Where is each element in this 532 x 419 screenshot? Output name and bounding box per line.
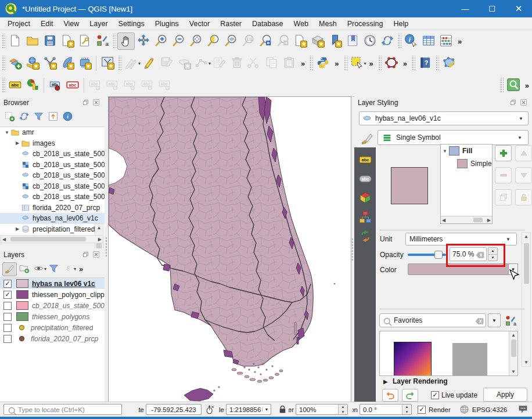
expander-icon[interactable]: ▼ [3,130,10,135]
symbol-search-input[interactable]: Favorites [379,313,486,327]
layer-visibility-checkbox[interactable] [3,335,12,343]
save-project-button[interactable] [41,32,59,50]
render-checkbox[interactable]: ✓ [418,406,426,414]
menu-view[interactable]: View [58,19,84,29]
expander-icon[interactable]: ▶ [14,140,21,146]
menu-help[interactable]: Help [388,19,414,29]
help-contents-button[interactable]: ? [416,55,434,72]
menu-mesh[interactable]: Mesh [314,19,342,29]
panel-overflow-button[interactable]: » [76,265,86,273]
collapse-all-button[interactable] [46,110,60,124]
magnifier-input[interactable]: 100% ▲▼ [296,404,348,415]
new-print-layout-button[interactable] [59,32,76,50]
labels-tab[interactable]: abc [358,152,373,167]
toolbar-grip[interactable] [499,78,504,93]
layers-close-button[interactable] [92,251,101,259]
menu-web[interactable]: Web [289,19,314,29]
new-spatial-bookmark-button[interactable] [326,32,344,50]
toolbar-grip[interactable] [397,34,401,49]
symbol-tree[interactable]: ▼ Fill Simple Fill ◀ ▶ [440,144,493,224]
layer-rendering-label[interactable]: Layer Rendering [393,377,448,385]
data-source-manager-button[interactable] [6,55,24,72]
style-manager-icon[interactable]: a [504,315,517,327]
layer-item-hybas-na-lev06-v1c[interactable]: ✓hybas na lev06 v1c [0,278,105,289]
browser-item-florida_2020_07_prcp[interactable]: florida_2020_07_prcp [0,203,105,214]
layer-item-precipitation_filtered[interactable]: precipitation_filtered [0,322,105,333]
toolbar-overflow-button[interactable]: » [332,59,342,68]
new-spatialite-layer-button[interactable] [59,55,76,72]
layer-visibility-checkbox[interactable] [3,313,12,321]
layer-item-thiessen_polygons[interactable]: thiessen_polygons [0,311,105,322]
expander-icon[interactable]: ▶ [14,226,21,232]
diagrams-tab[interactable] [358,210,373,225]
symbol-list-vscrollbar[interactable]: ▲ ▼ [509,331,517,375]
extents-icon[interactable] [204,404,215,415]
show-layout-manager-button[interactable] [76,32,94,50]
symbol-list[interactable]: ▲ ▼ [379,331,518,376]
zoom-last-button[interactable] [257,32,274,50]
zoom-out-button[interactable] [170,32,187,50]
mask-tab[interactable]: abc [358,171,373,186]
filter-browser-button[interactable] [31,110,46,124]
gradient-ramp-swatch[interactable] [394,342,432,376]
history-tab[interactable] [358,229,373,244]
toolbar-grip[interactable] [117,56,121,71]
statistical-summary-button[interactable] [437,32,455,50]
browser-item-cb_2018_us_state_500k[interactable]: cb_2018_us_state_500k [0,192,105,203]
refresh-map-button[interactable] [379,32,396,50]
symbology-tab-icon[interactable] [360,131,374,145]
opacity-spinner[interactable]: ▲ ▼ [488,247,498,261]
browser-item-precipitation_filtered[interactable]: ▶precipitation_filtered [0,224,105,235]
add-group-button[interactable] [17,262,31,276]
menu-raster[interactable]: Raster [215,19,247,29]
new-geopackage-layer-button[interactable] [24,55,41,72]
live-update-checkbox[interactable]: ✓ [431,391,439,399]
toolbar-overflow-button[interactable]: » [366,59,376,68]
python-console-button[interactable] [314,55,332,72]
style-manager-button[interactable]: a [94,32,111,50]
check-geometries-button[interactable] [440,55,458,72]
select-features-button[interactable] [348,55,366,72]
clear-icon[interactable] [475,250,484,259]
layer-visibility-checkbox[interactable]: ✓ [3,280,12,288]
geosearch-button[interactable] [505,77,522,94]
new-temporary-scratch-layer-button[interactable] [99,55,116,72]
maximize-button[interactable]: ☐ [479,0,505,17]
temporal-controller-button[interactable] [361,32,379,50]
minimize-button[interactable]: — [452,0,479,17]
new-virtual-layer-button[interactable] [76,55,94,72]
toolbar-grip[interactable] [343,56,347,71]
favorites-dropdown-button[interactable]: ▼ [488,313,501,327]
toolbar-grip[interactable] [1,56,5,71]
styling-layer-select[interactable]: hybas_na_lev06_v1c ▼ [359,111,529,125]
menu-edit[interactable]: Edit [35,19,59,29]
opacity-slider-handle[interactable] [434,251,443,259]
toolbar-overflow-button[interactable]: » [400,59,410,68]
browser-item-cb_2018_us_state_500k[interactable]: cb_2018_us_state_500k [0,170,105,181]
open-attribute-table-button[interactable] [420,32,437,50]
zoom-to-layer-button[interactable] [222,32,239,50]
toolbar-grip[interactable] [378,56,382,71]
layer-labeling-options-button[interactable]: abc [6,77,24,94]
zoom-in-button[interactable] [152,32,170,50]
map-canvas[interactable] [108,96,351,403]
new-shapefile-layer-button[interactable] [41,55,59,72]
toolbar-grip[interactable] [435,56,439,71]
show-spatial-bookmarks-button[interactable] [344,32,361,50]
toolbar-grip[interactable] [411,56,415,71]
crs-value[interactable]: EPSG:4326 [472,406,508,413]
expander-icon[interactable]: ▼ [441,149,449,154]
coordinate-value[interactable]: -79.592,25.423 [146,404,202,415]
gray-ramp-swatch[interactable] [452,343,487,376]
clear-icon[interactable] [474,316,483,325]
layer-visibility-checkbox[interactable] [3,302,12,310]
browser-item-images[interactable]: ▶images [0,138,105,149]
layer-visibility-checkbox[interactable] [3,324,12,332]
menu-database[interactable]: Database [247,19,289,29]
layer-diagram-options-button[interactable] [24,77,41,94]
browser-item-hybas_na_lev06_v1c[interactable]: hybas_na_lev06_v1c [0,213,105,224]
symbol-tree-hscrollbar[interactable]: ◀ ▶ [441,216,492,223]
color-button[interactable] [408,263,509,275]
pan-map-button[interactable] [117,32,135,50]
shape-digitizing-button[interactable] [383,55,400,72]
